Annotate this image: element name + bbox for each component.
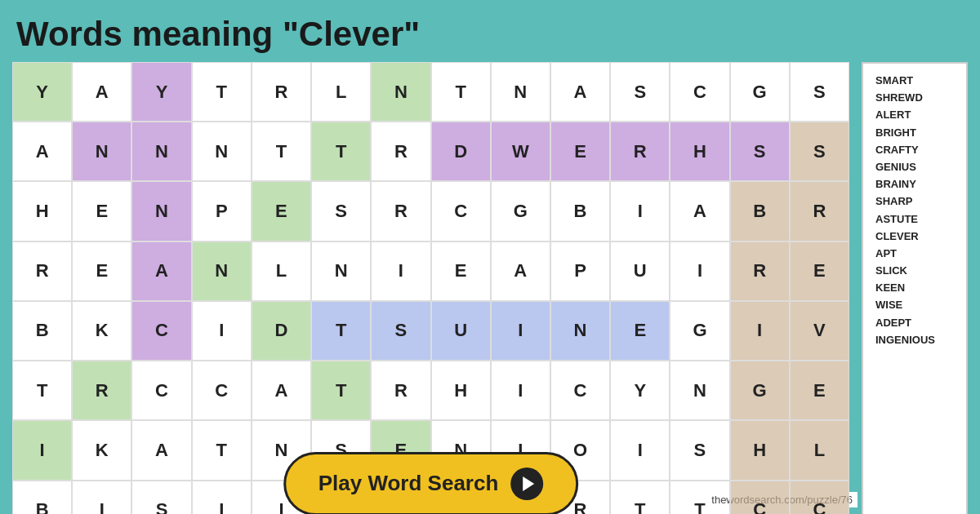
grid-cell: H: [730, 420, 790, 480]
grid-cell: G: [730, 361, 790, 420]
grid-cell: A: [72, 62, 131, 122]
grid-cell: D: [431, 122, 491, 181]
grid-cell: L: [790, 420, 849, 480]
grid-cell: E: [431, 241, 491, 301]
grid-cell: E: [252, 181, 311, 241]
word-list-item: ADEPT: [875, 316, 954, 330]
grid-cell: V: [790, 301, 849, 361]
grid-cell: E: [790, 241, 849, 301]
grid-cell: A: [252, 361, 311, 420]
grid-cell: C: [550, 361, 610, 420]
grid-cell: D: [252, 301, 311, 361]
grid-outer: YAYTRLNTNASCGSANNNTTRDWERHSSHENPESRCGBIA…: [12, 62, 849, 514]
word-list-item: BRAINY: [875, 177, 954, 192]
grid-cell: N: [670, 361, 729, 420]
grid-cell: N: [192, 241, 252, 301]
grid-cell: C: [730, 481, 790, 514]
grid-cell: N: [371, 62, 430, 122]
grid-cell: C: [670, 62, 729, 122]
grid-cell: S: [790, 122, 849, 181]
grid-cell: A: [131, 241, 191, 301]
word-list-item: BRIGHT: [875, 126, 954, 140]
grid-cell: N: [131, 181, 191, 241]
word-list-item: INGENIOUS: [875, 333, 954, 348]
grid-cell: I: [491, 301, 550, 361]
grid-cell: I: [192, 481, 252, 514]
grid-cell: H: [12, 181, 72, 241]
word-list-item: WISE: [875, 298, 954, 312]
grid-cell: R: [12, 241, 72, 301]
grid-cell: R: [371, 361, 430, 420]
grid-cell: S: [311, 181, 371, 241]
grid-cell: S: [670, 420, 729, 480]
grid-cell: C: [131, 301, 191, 361]
grid-cell: L: [311, 62, 371, 122]
puzzle-wrapper: YAYTRLNTNASCGSANNNTTRDWERHSSHENPESRCGBIA…: [12, 62, 849, 514]
grid-cell: N: [550, 301, 610, 361]
grid-cell: T: [252, 122, 311, 181]
play-button-label: Play Word Search: [318, 471, 499, 496]
grid-cell: I: [670, 241, 729, 301]
word-list-item: SHARP: [875, 194, 954, 209]
grid-cell: Y: [610, 361, 670, 420]
grid-cell: G: [730, 62, 790, 122]
grid-cell: H: [670, 122, 729, 181]
grid-cell: N: [311, 241, 371, 301]
grid-cell: Y: [12, 62, 72, 122]
word-list: SMARTSHREWDALERTBRIGHTCRAFTYGENIUSBRAINY…: [862, 62, 968, 514]
grid-cell: E: [550, 122, 610, 181]
grid-cell: N: [131, 122, 191, 181]
word-list-item: GENIUS: [875, 160, 954, 175]
play-word-search-button[interactable]: Play Word Search: [283, 452, 579, 514]
grid-cell: C: [431, 181, 491, 241]
grid-cell: I: [371, 241, 430, 301]
grid-cell: A: [491, 241, 550, 301]
grid-cell: T: [670, 481, 729, 514]
grid-cell: B: [12, 301, 72, 361]
grid-cell: R: [371, 122, 430, 181]
grid-cell: A: [670, 181, 729, 241]
grid-cell: R: [790, 181, 849, 241]
word-list-item: ALERT: [875, 108, 954, 122]
word-list-item: SLICK: [875, 264, 954, 278]
word-list-item: SHREWD: [875, 91, 954, 105]
grid-cell: E: [72, 181, 131, 241]
word-list-item: KEEN: [875, 281, 954, 295]
grid-cell: U: [431, 301, 491, 361]
grid-cell: R: [730, 241, 790, 301]
grid-cell: P: [550, 241, 610, 301]
play-button-overlay[interactable]: Play Word Search: [283, 452, 579, 514]
grid-cell: I: [491, 361, 550, 420]
word-search-grid: YAYTRLNTNASCGSANNNTTRDWERHSSHENPESRCGBIA…: [12, 62, 849, 514]
grid-cell: I: [730, 301, 790, 361]
grid-cell: R: [252, 62, 311, 122]
grid-cell: Y: [131, 62, 191, 122]
grid-cell: B: [12, 481, 72, 514]
grid-cell: B: [730, 181, 790, 241]
grid-cell: P: [192, 181, 252, 241]
grid-cell: U: [610, 241, 670, 301]
grid-cell: H: [431, 361, 491, 420]
grid-cell: R: [72, 361, 131, 420]
grid-cell: S: [371, 301, 430, 361]
grid-cell: S: [790, 62, 849, 122]
grid-cell: I: [72, 481, 131, 514]
play-icon: [510, 467, 543, 500]
grid-cell: N: [491, 62, 550, 122]
grid-cell: I: [610, 420, 670, 480]
grid-cell: G: [670, 301, 729, 361]
grid-cell: K: [72, 301, 131, 361]
word-list-item: APT: [875, 246, 954, 261]
grid-cell: G: [491, 181, 550, 241]
grid-cell: R: [610, 122, 670, 181]
grid-cell: C: [790, 481, 849, 514]
grid-cell: T: [431, 62, 491, 122]
grid-cell: T: [192, 420, 252, 480]
grid-cell: T: [12, 361, 72, 420]
grid-cell: I: [12, 420, 72, 480]
word-list-item: CRAFTY: [875, 143, 954, 157]
grid-cell: A: [131, 420, 191, 480]
grid-cell: I: [610, 181, 670, 241]
grid-cell: I: [192, 301, 252, 361]
grid-cell: K: [72, 420, 131, 480]
